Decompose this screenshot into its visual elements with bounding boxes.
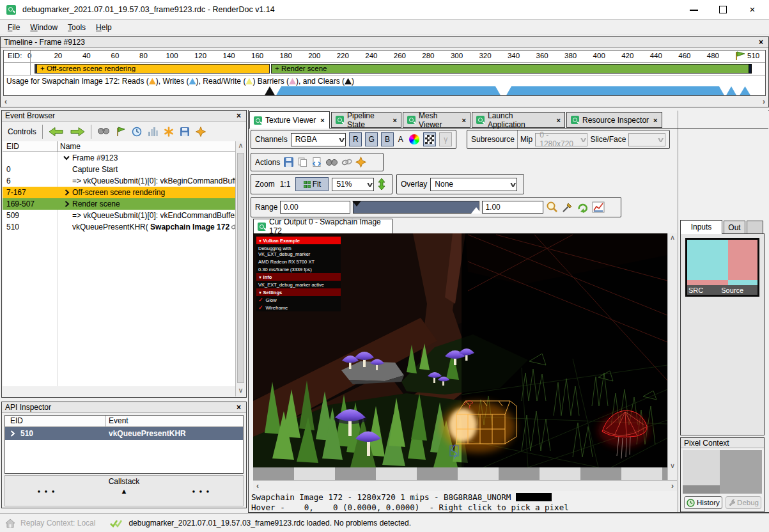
replay-context-label[interactable]: Replay Context: Local (20, 519, 95, 528)
callstack-expand-icon[interactable]: ▲ (121, 487, 128, 495)
tab-close-icon[interactable]: × (319, 116, 324, 124)
range-min-input[interactable] (280, 201, 350, 214)
output-texture-tab[interactable]: Cur Output 0 - Swapchain Image 172 (253, 219, 392, 233)
autofit-magnifier-icon[interactable] (546, 201, 559, 214)
timeline-offscreen-bar[interactable]: + Off-screen scene rendering (36, 64, 270, 74)
history-button[interactable]: History (684, 496, 722, 509)
timeline-area[interactable]: EID: 02040608010012014016018020022024026… (3, 50, 766, 96)
statistics-icon[interactable] (148, 127, 158, 137)
tab-pipeline-state[interactable]: Pipeline State× (331, 112, 401, 128)
minimize-button[interactable] (680, 0, 708, 19)
next-event-icon[interactable] (70, 127, 85, 136)
overlay-select[interactable]: Nonev (430, 178, 517, 191)
event-row-render[interactable]: 169-507 Render scene (3, 198, 235, 210)
debug-button[interactable]: Debug (726, 496, 761, 509)
input-thumbnail[interactable]: SRC Source (685, 238, 759, 297)
gamma-button[interactable]: γ (439, 132, 452, 146)
timeline-scrollbar[interactable]: ‹ › (1, 97, 768, 106)
prev-event-icon[interactable] (49, 127, 64, 136)
menu-item[interactable]: Help (91, 21, 117, 34)
usage-marker-2[interactable] (740, 86, 750, 95)
close-button[interactable]: × (738, 0, 766, 19)
save-texture-icon[interactable] (283, 157, 294, 168)
chevron-right-icon[interactable] (65, 201, 70, 207)
scroll-up-icon[interactable]: ∧ (236, 141, 245, 152)
copy-icon[interactable] (297, 157, 308, 168)
event-browser-scrollbar[interactable]: ∧ ∨ (235, 141, 245, 396)
chevron-right-icon[interactable] (10, 430, 15, 437)
scroll-down-icon[interactable]: ∨ (236, 386, 245, 396)
event-browser-close-icon[interactable]: × (235, 111, 243, 120)
export-save-icon[interactable] (180, 127, 190, 137)
menu-item[interactable]: Tools (63, 21, 91, 34)
alpha-channel-button[interactable]: A (397, 135, 405, 144)
red-channel-button[interactable]: R (349, 132, 362, 146)
event-row[interactable]: 509 => vkQueueSubmit(1)[0]: vkEndCommand… (3, 210, 235, 221)
scroll-right-icon[interactable]: › (763, 97, 765, 106)
usage-bar-2[interactable] (506, 86, 724, 95)
clear-marker[interactable] (265, 86, 275, 95)
menu-item[interactable]: File (3, 21, 25, 34)
filter-asterisk-icon[interactable] (164, 127, 174, 137)
zoom-fit-button[interactable]: Fit (295, 177, 329, 191)
tab-inputs[interactable]: Inputs (680, 220, 722, 234)
scroll-up-icon[interactable]: ∧ (668, 233, 677, 242)
pick-value-eyedropper-icon[interactable] (561, 201, 574, 214)
api-eid-column[interactable]: EID (10, 416, 23, 425)
reset-range-icon[interactable] (577, 201, 589, 214)
event-row[interactable]: 6 => vkQueueSubmit(1)[0]: vkBeginCommand… (3, 175, 235, 187)
scroll-left-icon[interactable]: ‹ (256, 481, 259, 490)
texture-image[interactable]: ▼ Vulkan Example Debugging with VK_EXT_d… (253, 233, 667, 467)
tab-close-icon[interactable]: × (652, 116, 657, 124)
tab-mesh-viewer[interactable]: Mesh Viewer× (403, 112, 470, 128)
api-event-column[interactable]: Event (109, 416, 128, 425)
timeline-render-bar[interactable]: + Render scene (271, 64, 752, 74)
callstack-section[interactable]: Callstack ● ● ● ▲ ● ● ● (4, 475, 244, 506)
tab-close-icon[interactable]: × (392, 116, 397, 124)
event-row-offscreen[interactable]: 7-167 Off-screen scene rendering (3, 187, 235, 198)
range-black-handle[interactable] (352, 201, 361, 207)
event-row[interactable]: 0 Capture Start (3, 164, 235, 175)
texture-vscrollbar[interactable]: ∧ ∨ (667, 233, 677, 480)
range-max-input[interactable] (482, 201, 543, 214)
wireframe-checkbox[interactable]: ✓Wireframe (256, 304, 341, 311)
timing-clock-icon[interactable] (132, 127, 142, 137)
usage-marker-1[interactable] (726, 86, 736, 95)
green-channel-button[interactable]: G (365, 132, 378, 146)
eid-column-header[interactable]: EID (6, 142, 19, 151)
slice-face-select[interactable]: v (628, 133, 665, 146)
scroll-down-icon[interactable]: ∨ (668, 462, 677, 470)
menu-item[interactable]: Window (25, 21, 63, 34)
color-wheel-icon[interactable] (408, 132, 421, 146)
pixel-context-view[interactable] (683, 450, 762, 494)
tab-close-icon[interactable]: × (555, 116, 561, 124)
zoom-level-select[interactable]: 51%v (332, 178, 374, 191)
follow-link-icon[interactable] (341, 159, 352, 166)
glow-checkbox[interactable]: ✓Glow (256, 296, 341, 304)
checkerboard-background-button[interactable] (423, 132, 436, 146)
custom-display-star-icon[interactable] (355, 157, 366, 168)
goto-location-icon[interactable] (325, 157, 338, 168)
bookmark-flag-icon[interactable] (116, 127, 126, 137)
find-event-icon[interactable] (97, 127, 110, 137)
open-in-editor-icon[interactable] (311, 157, 322, 168)
custom-star-icon[interactable] (196, 127, 206, 137)
chevron-down-icon[interactable] (63, 155, 70, 160)
usage-bar-1[interactable] (276, 86, 501, 95)
zoom-1to1-button[interactable]: 1:1 (278, 180, 293, 189)
tab-texture-viewer[interactable]: Texture Viewer× (249, 111, 330, 129)
texture-hscrollbar[interactable]: ‹ › (253, 480, 677, 491)
event-row-present[interactable]: 510 vkQueuePresentKHR( Swapchain Image 1… (3, 221, 235, 233)
chevron-right-icon[interactable] (65, 189, 70, 196)
api-selected-row[interactable]: 510 vkQueuePresentKHR (5, 427, 243, 440)
blue-channel-button[interactable]: B (381, 132, 394, 146)
mip-select[interactable]: 0 - 1280x720v (535, 133, 587, 146)
flip-y-icon[interactable] (377, 178, 386, 191)
name-column-header[interactable]: Name (60, 142, 81, 151)
histogram-icon[interactable] (592, 201, 605, 214)
tab-resource-inspector[interactable]: Resource Inspector× (566, 112, 662, 128)
scroll-left-icon[interactable]: ‹ (4, 97, 7, 106)
scroll-right-icon[interactable]: › (671, 481, 674, 490)
maximize-button[interactable] (709, 0, 737, 19)
tab-stub[interactable] (747, 221, 763, 234)
